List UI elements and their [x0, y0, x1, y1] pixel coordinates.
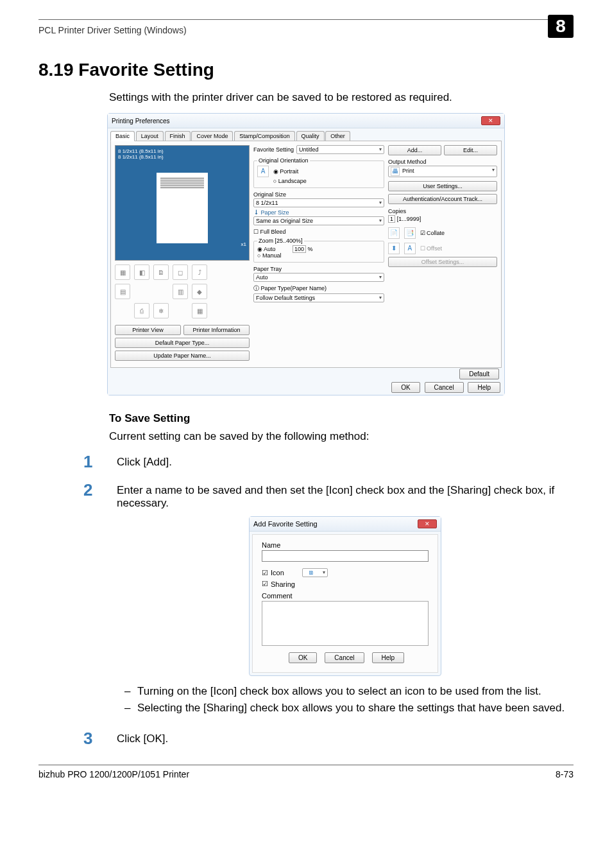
help-button[interactable]: Help	[468, 382, 500, 393]
full-bleed-checkbox[interactable]: ☐ Full Bleed	[253, 229, 286, 235]
copies-range: [1...9999]	[397, 216, 421, 222]
paper-tray-dropdown[interactable]: Auto	[253, 273, 384, 282]
update-paper-name-button[interactable]: Update Paper Name...	[115, 351, 250, 361]
preview-icon-6[interactable]: ▤	[115, 284, 130, 299]
portrait-radio[interactable]: ◉ Portrait	[273, 168, 299, 175]
step-number-3: 3	[83, 730, 117, 747]
collate-checkbox[interactable]: ☑ Collate	[420, 230, 445, 236]
bullet-sharing-note: Selecting the [Sharing] check box allows…	[117, 702, 574, 715]
preview-size-2: 8 1/2x11 (8.5x11 in)	[118, 154, 246, 160]
footer-page-number: 8-73	[556, 769, 574, 779]
icon-checkbox-label: Icon	[271, 569, 284, 577]
zoom-percent-label: %	[308, 246, 313, 252]
footer-product: bizhub PRO 1200/1200P/1051 Printer	[38, 769, 189, 779]
auth-account-track-button[interactable]: Authentication/Account Track...	[388, 194, 497, 204]
preview-icon-10[interactable]: ❄	[153, 303, 169, 318]
step-number-1: 1	[83, 453, 117, 470]
paper-size-dropdown[interactable]: Same as Original Size	[253, 216, 384, 225]
orientation-icon: A	[257, 166, 269, 177]
original-size-label: Original Size	[253, 191, 384, 198]
offset-settings-button[interactable]: Offset Settings...	[388, 257, 497, 267]
zoom-value[interactable]: 100	[293, 245, 306, 253]
copies-input[interactable]: 1	[388, 215, 395, 223]
favorite-setting-dropdown[interactable]: Untitled	[296, 145, 384, 154]
favorite-setting-label: Favorite Setting	[253, 146, 294, 153]
small-cancel-button[interactable]: Cancel	[325, 652, 364, 663]
comment-label: Comment	[262, 592, 293, 600]
icon-checkbox[interactable]: ☑	[262, 569, 268, 577]
collate-icon: 📄	[388, 227, 400, 239]
user-settings-button[interactable]: User Settings...	[388, 181, 497, 191]
preview-icon-3[interactable]: 🗎	[153, 265, 169, 280]
step-1-text: Click [Add].	[117, 453, 574, 469]
zoom-label: Zoom [25..400%]	[257, 238, 304, 244]
preview-icon-8[interactable]: ◆	[192, 284, 207, 299]
intro-text: Settings with the printer driver can be …	[109, 91, 574, 104]
small-close-button[interactable]: ✕	[418, 519, 437, 528]
sharing-checkbox-label: Sharing	[271, 580, 295, 588]
icon-dropdown[interactable]: 🗎	[302, 568, 328, 577]
collate-icon-2: 📑	[404, 227, 416, 239]
name-input[interactable]	[262, 550, 429, 562]
zoom-manual-radio[interactable]: ○ Manual	[257, 252, 380, 259]
tab-finish[interactable]: Finish	[165, 131, 191, 141]
preview-icon-2[interactable]: ◧	[134, 265, 149, 280]
tab-other[interactable]: Other	[325, 131, 350, 141]
paper-type-label: ⓘ Paper Type(Paper Name)	[253, 284, 384, 293]
preview-icon-9[interactable]: ⎙	[134, 303, 149, 318]
preview-icon-7[interactable]: ▥	[173, 284, 188, 299]
add-favorite-setting-dialog: Add Favorite Setting ✕ Name ☑ Icon 🗎 ☑	[249, 516, 441, 676]
zoom-auto-radio[interactable]: ◉ Auto 100 %	[257, 246, 380, 252]
dialog-title: Printing Preferences	[112, 117, 170, 125]
offset-icon: ⬍	[388, 243, 400, 254]
comment-textarea[interactable]	[262, 601, 429, 646]
cancel-button[interactable]: Cancel	[425, 382, 464, 393]
ok-button[interactable]: OK	[391, 382, 420, 393]
offset-checkbox[interactable]: ☐ Offset	[420, 245, 442, 252]
preview-icon-4[interactable]: ◻	[173, 265, 188, 280]
original-size-dropdown[interactable]: 8 1/2x11	[253, 198, 384, 207]
printer-information-button[interactable]: Printer Information	[183, 325, 250, 335]
output-method-dropdown[interactable]: 🖶Print	[388, 166, 497, 177]
preview-copies-indicator: x1	[241, 241, 246, 247]
landscape-radio[interactable]: ○ Landscape	[273, 178, 307, 184]
subsection-intro: Current setting can be saved by the foll…	[109, 430, 574, 443]
original-orientation-label: Original Orientation	[257, 157, 310, 164]
preview-size-1: 8 1/2x11 (8.5x11 in)	[118, 148, 246, 154]
default-button[interactable]: Default	[459, 369, 499, 379]
output-method-label: Output Method	[388, 159, 497, 165]
sharing-checkbox[interactable]: ☑	[262, 580, 268, 588]
printing-preferences-dialog: Printing Preferences ✕ Basic Layout Fini…	[107, 113, 505, 395]
small-dialog-title: Add Favorite Setting	[253, 520, 318, 528]
chapter-number: 8	[548, 15, 574, 38]
edit-button[interactable]: Edit...	[444, 145, 497, 155]
step-2-text: Enter a name to be saved and then set th…	[117, 484, 574, 510]
close-button[interactable]: ✕	[481, 116, 500, 125]
subsection-title: To Save Setting	[109, 412, 574, 425]
tab-layout[interactable]: Layout	[136, 131, 164, 141]
add-button[interactable]: Add...	[388, 145, 441, 155]
preview-icon-5[interactable]: ⤴	[192, 265, 207, 280]
bullet-icon-note: Turning on the [Icon] check box allows y…	[117, 685, 574, 698]
step-3-text: Click [OK].	[117, 730, 574, 745]
name-label: Name	[262, 541, 280, 549]
tab-cover-mode[interactable]: Cover Mode	[191, 131, 233, 141]
preview-pane: 8 1/2x11 (8.5x11 in) 8 1/2x11 (8.5x11 in…	[115, 145, 250, 261]
small-ok-button[interactable]: OK	[289, 652, 317, 663]
tab-basic[interactable]: Basic	[110, 131, 135, 141]
paper-type-dropdown[interactable]: Follow Default Settings	[253, 293, 384, 302]
tab-stamp[interactable]: Stamp/Composition	[234, 131, 295, 141]
header-section-title: PCL Printer Driver Setting (Windows)	[38, 25, 187, 35]
paper-size-label: 🠗 Paper Size	[253, 209, 384, 216]
page-title: 8.19 Favorite Setting	[38, 60, 574, 80]
step-number-2: 2	[83, 482, 117, 498]
small-help-button[interactable]: Help	[372, 652, 405, 663]
default-paper-type-button[interactable]: Default Paper Type...	[115, 338, 250, 348]
offset-icon-2: A	[404, 243, 416, 254]
preview-icon-1[interactable]: ▦	[115, 265, 130, 280]
copies-label: Copies	[388, 208, 497, 214]
tab-quality[interactable]: Quality	[296, 131, 325, 141]
tab-row: Basic Layout Finish Cover Mode Stamp/Com…	[108, 128, 504, 141]
preview-icon-11[interactable]: ▦	[192, 303, 207, 318]
printer-view-button[interactable]: Printer View	[115, 325, 181, 335]
